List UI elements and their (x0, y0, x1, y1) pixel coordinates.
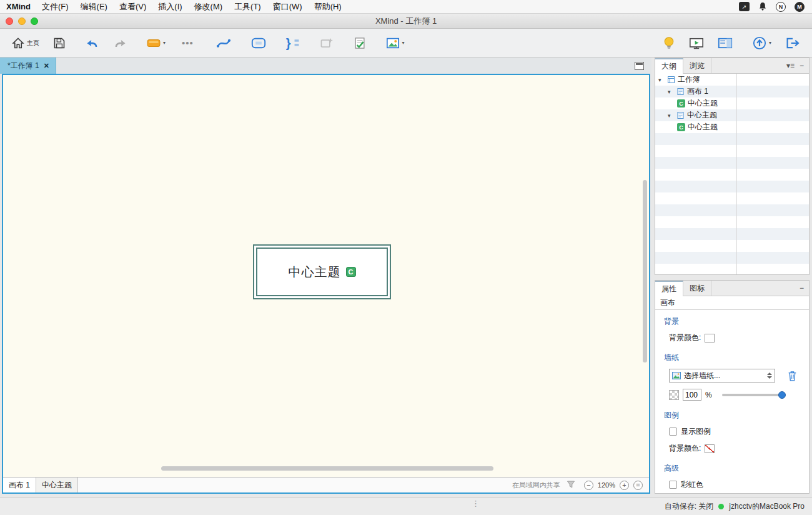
style-button[interactable]: ▾ (144, 36, 169, 51)
xmind-app-window: XMind 文件(F) 编辑(E) 查看(V) 插入(I) 修改(M) 工具(T… (0, 0, 812, 515)
layout-panels-button[interactable] (715, 35, 736, 51)
tab-workbook-1[interactable]: *工作簿 1 ✕ (0, 58, 56, 74)
background-color-swatch[interactable] (705, 334, 715, 342)
window-titlebar: XMind - 工作簿 1 (0, 14, 812, 29)
zoom-window-button[interactable] (31, 18, 38, 25)
save-button[interactable] (50, 35, 69, 51)
share-dropdown-caret-icon[interactable]: ▾ (769, 40, 771, 46)
tab-markers-label: 图标 (690, 283, 705, 294)
central-topic-label: 中心主题 (289, 264, 341, 281)
summary-brace-icon: } (286, 37, 291, 49)
tree-item-workbook[interactable]: ▾ 工作簿 (655, 74, 809, 86)
rainbow-color-checkbox[interactable] (669, 481, 677, 489)
presentation-button[interactable] (686, 35, 707, 51)
zoom-out-button[interactable]: − (584, 481, 593, 490)
tab-outline[interactable]: 大纲 (655, 58, 683, 74)
style-icon (147, 38, 161, 49)
zoom-in-button[interactable]: + (620, 481, 629, 490)
menu-insert[interactable]: 插入(I) (158, 1, 182, 12)
background-color-label: 背景颜色: (669, 332, 701, 343)
close-window-button[interactable] (6, 18, 13, 25)
screen-share-icon[interactable]: ↗ (739, 2, 750, 11)
sheet-tab-canvas-1[interactable]: 画布 1 (3, 478, 36, 492)
legend-bg-color-label: 背景颜色: (669, 443, 701, 454)
filter-icon[interactable] (567, 480, 575, 491)
canvas-frame: 中心主题 C 画布 1 中心主题 在局域网内共享 (2, 74, 650, 494)
zoom-fit-button[interactable]: = (633, 481, 643, 490)
menu-help[interactable]: 帮助(H) (314, 1, 342, 12)
bell-icon[interactable] (758, 2, 767, 11)
menu-edit[interactable]: 编辑(E) (81, 1, 107, 12)
show-legend-checkbox[interactable] (669, 428, 677, 436)
horizontal-scrollbar[interactable] (161, 466, 493, 471)
boundary-button[interactable] (248, 35, 269, 51)
home-button[interactable]: 主页 (9, 35, 42, 51)
percent-label: % (705, 391, 712, 399)
image-dropdown-caret-icon[interactable]: ▾ (402, 40, 405, 46)
minimize-window-button[interactable] (18, 18, 26, 25)
sheet-tab-central-topic[interactable]: 中心主题 (36, 478, 78, 492)
device-name: jzhcctv的MacBook Pro (729, 501, 805, 512)
tab-properties[interactable]: 属性 (655, 281, 683, 296)
tab-close-icon[interactable]: ✕ (44, 62, 49, 70)
menu-app-name[interactable]: XMind (6, 2, 31, 11)
vertical-scrollbar[interactable] (643, 180, 647, 362)
panel-menu-icon[interactable]: ▾≡ (786, 61, 795, 70)
tree-item-label: 画布 1 (687, 86, 708, 97)
image-icon (386, 37, 400, 49)
lan-share-label[interactable]: 在局域网内共享 (512, 481, 560, 490)
tab-markers[interactable]: 图标 (683, 281, 711, 296)
statusbar-drag-handle-icon[interactable]: ⋮ (472, 499, 478, 508)
tree-item-sheet-2[interactable]: ▾ 中心主题 (655, 109, 809, 121)
layout-icon (718, 37, 733, 49)
menu-file[interactable]: 文件(F) (42, 1, 69, 12)
wallpaper-stepper-icon[interactable] (767, 372, 772, 379)
chevron-expanded-icon[interactable]: ▾ (668, 89, 674, 95)
n-badge-icon[interactable]: N (776, 2, 786, 12)
menu-tools[interactable]: 工具(T) (234, 1, 261, 12)
wallpaper-select[interactable]: 选择墙纸... (669, 369, 775, 382)
panel-minimize-icon[interactable]: − (800, 284, 804, 292)
export-button[interactable] (782, 35, 803, 51)
idea-button[interactable] (660, 34, 678, 52)
central-topic[interactable]: 中心主题 C (253, 244, 391, 299)
wallpaper-delete-button[interactable] (788, 371, 797, 381)
autosave-status: 自动保存: 关闭 (665, 501, 714, 512)
more-tools-button[interactable]: ••• (176, 36, 199, 50)
tree-item-topic-1[interactable]: C 中心主题 (655, 98, 809, 109)
mindmap-canvas[interactable]: 中心主题 C (3, 75, 649, 477)
menu-window[interactable]: 窗口(W) (273, 1, 302, 12)
tab-browse[interactable]: 浏览 (683, 58, 711, 73)
style-dropdown-caret-icon[interactable]: ▾ (163, 40, 166, 46)
panel-minimize-icon[interactable]: − (800, 61, 804, 70)
user-avatar-icon[interactable]: M (795, 2, 805, 12)
zoom-level[interactable]: 120% (598, 481, 615, 489)
section-background: 背景 (655, 310, 809, 329)
menu-modify[interactable]: 修改(M) (194, 1, 223, 12)
legend-bg-color-swatch[interactable] (705, 444, 715, 453)
save-icon (53, 37, 66, 49)
chevron-expanded-icon[interactable]: ▾ (668, 112, 674, 119)
lightbulb-icon (663, 36, 675, 50)
task-audit-button[interactable] (350, 35, 369, 51)
panel-toggle-icon[interactable] (635, 62, 644, 70)
insert-image-button[interactable]: ▾ (383, 35, 408, 51)
share-upload-button[interactable]: ▾ (750, 34, 775, 52)
topic-marker-badge[interactable]: C (346, 267, 356, 277)
online-status-icon (718, 504, 724, 509)
sheet-tab-label: 中心主题 (42, 480, 72, 491)
window-title: XMind - 工作簿 1 (375, 16, 437, 27)
summary-button[interactable]: } (283, 35, 303, 51)
opacity-slider-knob[interactable] (778, 391, 786, 399)
relationship-button[interactable] (213, 35, 234, 51)
properties-target-title: 画布 (655, 296, 809, 310)
opacity-slider[interactable] (722, 394, 785, 396)
wallpaper-thumb-icon (672, 372, 681, 379)
tree-item-topic-2[interactable]: C 中心主题 (655, 121, 809, 133)
chevron-expanded-icon[interactable]: ▾ (658, 77, 665, 83)
undo-button[interactable] (82, 35, 102, 51)
wallpaper-opacity-input[interactable] (683, 389, 701, 401)
menu-view[interactable]: 查看(V) (119, 1, 146, 12)
tree-item-sheet-1[interactable]: ▾ 画布 1 (655, 86, 809, 98)
redo-button[interactable] (110, 35, 130, 51)
